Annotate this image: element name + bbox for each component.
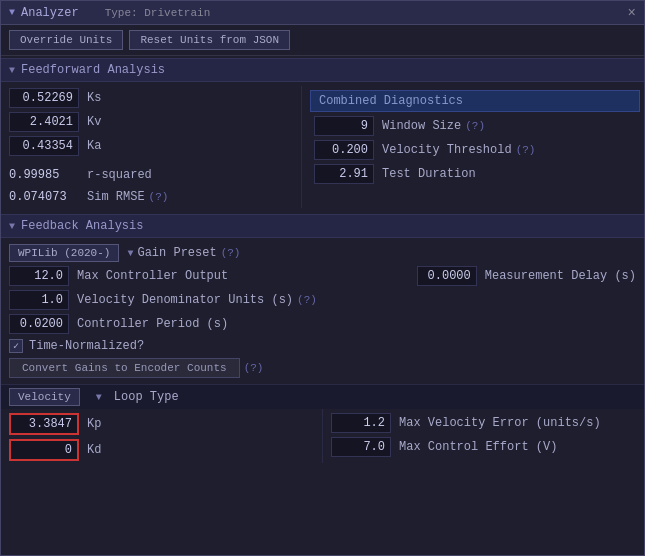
test-duration-label: Test Duration (382, 167, 476, 181)
time-normalized-row: ✓ Time-Normalized? (1, 336, 644, 356)
velocity-threshold-input[interactable] (314, 140, 374, 160)
wpilib-label: WPILib (2020-) (18, 247, 110, 259)
toolbar: Override Units Reset Units from JSON (1, 25, 644, 56)
velocity-denom-label: Velocity Denominator Units (s) (77, 293, 293, 307)
simrmse-value: 0.074073 (9, 188, 79, 206)
title-bar: ▼ Analyzer Type: Drivetrain × (1, 1, 644, 25)
gain-preset-hint: (?) (221, 247, 241, 259)
reset-units-button[interactable]: Reset Units from JSON (129, 30, 290, 50)
velocity-threshold-row: Velocity Threshold (?) (306, 138, 644, 162)
window-size-input[interactable] (314, 116, 374, 136)
title-bar-left: ▼ Analyzer Type: Drivetrain (9, 6, 210, 20)
ka-label: Ka (87, 139, 101, 153)
kv-input[interactable] (9, 112, 79, 132)
convert-gains-hint: (?) (244, 362, 264, 374)
type-key: Type: (105, 7, 138, 19)
velocity-denom-row: Velocity Denominator Units (s) (?) (1, 288, 644, 312)
velocity-dropdown[interactable]: Velocity (9, 388, 80, 406)
max-controller-label: Max Controller Output (77, 269, 228, 283)
simrmse-hint: (?) (149, 191, 169, 203)
kp-row: Kp (1, 409, 322, 437)
max-control-effort-row: Max Control Effort (V) (323, 435, 644, 459)
rsquared-value: 0.99985 (9, 166, 79, 184)
test-duration-row: Test Duration (306, 162, 644, 186)
window-title: Analyzer (21, 6, 79, 20)
kd-label: Kd (87, 443, 101, 457)
simrmse-row: 0.074073 Sim RMSE (?) (1, 186, 301, 208)
gain-preset-triangle: ▼ (127, 248, 133, 259)
velocity-threshold-label: Velocity Threshold (382, 143, 512, 157)
controller-period-row: Controller Period (s) (1, 312, 644, 336)
diagnostics-header: Combined Diagnostics (310, 90, 640, 112)
ka-input[interactable] (9, 136, 79, 156)
feedforward-triangle: ▼ (9, 65, 15, 76)
max-controller-input[interactable] (9, 266, 69, 286)
feedforward-body: Ks Kv Ka 0.99985 r-squared (1, 82, 644, 212)
kv-row: Kv (1, 110, 301, 134)
feedback-title: Feedback Analysis (21, 219, 143, 233)
feedforward-content: Ks Kv Ka 0.99985 r-squared (1, 86, 644, 208)
kv-label: Kv (87, 115, 101, 129)
max-control-effort-label: Max Control Effort (V) (399, 440, 557, 454)
controller-period-label: Controller Period (s) (77, 317, 228, 331)
velocity-denom-hint: (?) (297, 294, 317, 306)
type-label: Type: Drivetrain (105, 7, 211, 19)
window-size-row: Window Size (?) (306, 114, 644, 138)
ks-label: Ks (87, 91, 101, 105)
loop-type-label: Loop Type (114, 390, 179, 404)
convert-gains-button[interactable]: Convert Gains to Encoder Counts (9, 358, 240, 378)
max-velocity-error-row: Max Velocity Error (units/s) (323, 409, 644, 435)
rsquared-label: r-squared (87, 168, 152, 182)
velocity-denom-input[interactable] (9, 290, 69, 310)
max-velocity-error-label: Max Velocity Error (units/s) (399, 416, 601, 430)
gain-col-left: Kp Kd (1, 409, 322, 463)
analyzer-icon: ▼ (9, 7, 15, 18)
override-units-button[interactable]: Override Units (9, 30, 123, 50)
type-value: Drivetrain (144, 7, 210, 19)
gain-rows: Kp Kd Max Velocity Error (units/s) Max C… (1, 409, 644, 463)
feedback-section-header: ▼ Feedback Analysis (1, 214, 644, 238)
feedforward-title: Feedforward Analysis (21, 63, 165, 77)
diagnostics-col: Combined Diagnostics Window Size (?) Vel… (301, 86, 644, 208)
wpilib-row: WPILib (2020-) ▼ Gain Preset (?) (1, 242, 644, 264)
velocity-label: Velocity (18, 391, 71, 403)
velocity-threshold-hint: (?) (516, 144, 536, 156)
ks-row: Ks (1, 86, 301, 110)
measurement-delay-label: Measurement Delay (s) (485, 269, 636, 283)
measurement-delay-input[interactable] (417, 266, 477, 286)
window-size-label: Window Size (382, 119, 461, 133)
gain-col-right: Max Velocity Error (units/s) Max Control… (322, 409, 644, 463)
feedforward-left: Ks Kv Ka 0.99985 r-squared (1, 86, 301, 208)
ks-input[interactable] (9, 88, 79, 108)
test-duration-input[interactable] (314, 164, 374, 184)
loop-triangle: ▼ (96, 392, 102, 403)
feedforward-section-header: ▼ Feedforward Analysis (1, 58, 644, 82)
max-controller-row: Max Controller Output Measurement Delay … (1, 264, 644, 288)
max-velocity-error-input[interactable] (331, 413, 391, 433)
controller-period-input[interactable] (9, 314, 69, 334)
feedback-triangle: ▼ (9, 221, 15, 232)
content-area: ▼ Feedforward Analysis Ks Kv (1, 56, 644, 555)
rsquared-row: 0.99985 r-squared (1, 164, 301, 186)
wpilib-dropdown[interactable]: WPILib (2020-) (9, 244, 119, 262)
kp-input[interactable] (9, 413, 79, 435)
analyzer-window: ▼ Analyzer Type: Drivetrain × Override U… (0, 0, 645, 556)
kd-input[interactable] (9, 439, 79, 461)
simrmse-label: Sim RMSE (87, 190, 145, 204)
time-normalized-label: Time-Normalized? (29, 339, 144, 353)
time-normalized-checkbox[interactable]: ✓ (9, 339, 23, 353)
gain-preset-label: Gain Preset (137, 246, 216, 260)
feedback-body: WPILib (2020-) ▼ Gain Preset (?) Max Con… (1, 238, 644, 384)
max-control-effort-input[interactable] (331, 437, 391, 457)
kd-row: Kd (1, 437, 322, 463)
loop-type-row: Velocity ▼ Loop Type (1, 384, 644, 409)
kp-label: Kp (87, 417, 101, 431)
convert-gains-row: Convert Gains to Encoder Counts (?) (1, 356, 644, 380)
ka-row: Ka (1, 134, 301, 158)
close-button[interactable]: × (628, 6, 636, 20)
window-size-hint: (?) (465, 120, 485, 132)
